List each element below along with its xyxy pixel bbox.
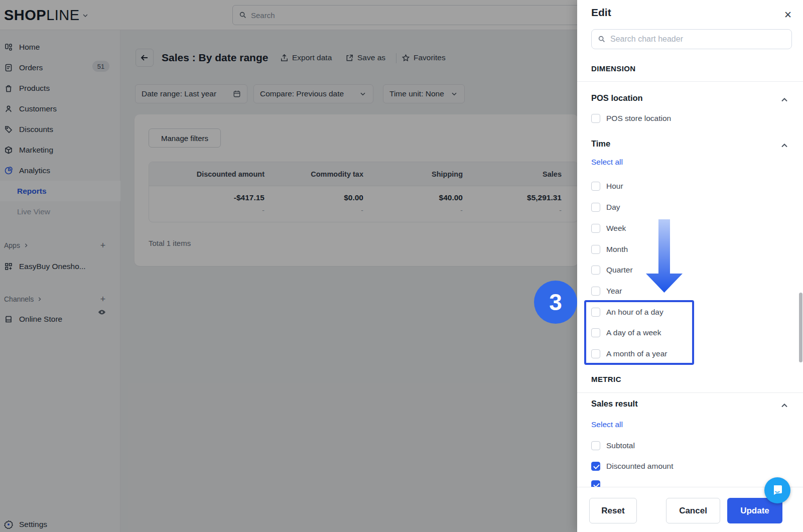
step-annotation: 3 xyxy=(534,281,577,324)
chevron-up-icon[interactable] xyxy=(780,95,789,104)
screen: SHOPLINE Home Orders 51 Products Custome… xyxy=(0,0,803,532)
checkbox-day[interactable]: Day xyxy=(591,202,620,212)
sales-select-all-link[interactable]: Select all xyxy=(591,420,623,429)
time-select-all-link[interactable]: Select all xyxy=(591,158,623,167)
sales-result-group-title: Sales result xyxy=(591,399,638,409)
checkbox-label: Year xyxy=(606,287,622,296)
search-icon xyxy=(598,35,606,43)
checkbox[interactable] xyxy=(591,203,600,212)
checkbox[interactable] xyxy=(591,287,600,296)
checkbox-label: A day of a week xyxy=(606,328,661,337)
checkbox-quarter[interactable]: Quarter xyxy=(591,265,633,275)
checkbox-year[interactable]: Year xyxy=(591,286,622,296)
checkbox-discounted-amount[interactable]: Discounted amount xyxy=(591,461,674,471)
chart-header-search[interactable] xyxy=(591,29,792,49)
checkbox-subtotal[interactable]: Subtotal xyxy=(591,441,635,451)
checkbox-a-month-of-a-year[interactable]: A month of a year xyxy=(591,349,667,359)
cancel-button[interactable]: Cancel xyxy=(666,498,720,523)
checkbox[interactable] xyxy=(591,441,600,450)
chat-bubble-icon xyxy=(771,484,784,497)
divider xyxy=(577,392,803,393)
edit-panel: Edit ✕ DIMENSION POS location POS store … xyxy=(577,0,803,532)
checkbox[interactable] xyxy=(591,245,600,254)
checkbox-label: Quarter xyxy=(606,265,633,275)
checkbox-label: Week xyxy=(606,224,626,233)
divider xyxy=(577,81,803,82)
chevron-up-icon[interactable] xyxy=(780,141,789,150)
checkbox-pos-store-location[interactable]: POS store location xyxy=(591,113,671,123)
checkbox[interactable] xyxy=(591,328,600,337)
checkbox[interactable] xyxy=(591,114,600,123)
checkbox[interactable] xyxy=(591,349,600,358)
metric-section-label: METRIC xyxy=(591,375,621,383)
checkbox-checked[interactable] xyxy=(591,462,600,471)
checkbox-label: Month xyxy=(606,245,628,254)
time-group-title: Time xyxy=(591,139,610,149)
chevron-up-icon[interactable] xyxy=(780,401,789,410)
checkbox[interactable] xyxy=(591,308,600,317)
checkbox-label: Hour xyxy=(606,182,623,191)
checkbox-an-hour-of-a-day[interactable]: An hour of a day xyxy=(591,307,663,317)
checkbox-month[interactable]: Month xyxy=(591,244,628,254)
checkbox-label: An hour of a day xyxy=(606,308,663,317)
checkbox[interactable] xyxy=(591,182,600,191)
pos-location-group-title: POS location xyxy=(591,93,643,103)
close-icon[interactable]: ✕ xyxy=(782,9,794,21)
scrollbar-thumb[interactable] xyxy=(799,293,802,362)
checkbox-label: Discounted amount xyxy=(606,462,674,471)
checkbox-week[interactable]: Week xyxy=(591,223,626,233)
checkbox-label: A month of a year xyxy=(606,349,667,358)
checkbox-a-day-of-a-week[interactable]: A day of a week xyxy=(591,328,661,338)
checkbox-label: POS store location xyxy=(606,114,671,123)
chat-fab[interactable] xyxy=(764,477,790,503)
arrow-down-annotation xyxy=(646,219,683,293)
dimension-section-label: DIMENSION xyxy=(591,64,636,73)
reset-button[interactable]: Reset xyxy=(589,498,637,523)
checkbox-label: Day xyxy=(606,203,620,212)
chart-header-search-input[interactable] xyxy=(610,35,785,44)
checkbox-hour[interactable]: Hour xyxy=(591,181,623,191)
checkbox[interactable] xyxy=(591,265,600,275)
checkbox[interactable] xyxy=(591,224,600,233)
checkbox-label: Subtotal xyxy=(606,441,635,450)
panel-title: Edit xyxy=(591,7,611,19)
